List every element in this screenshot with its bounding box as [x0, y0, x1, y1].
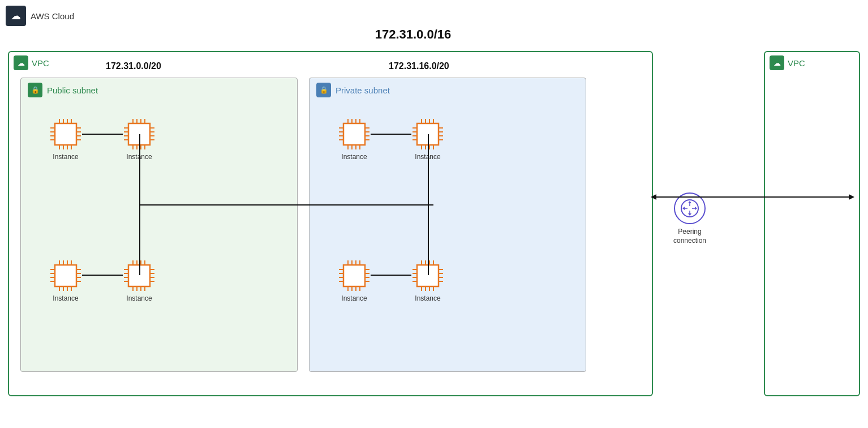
private-subnet-header: 🔒 Private subnet	[316, 83, 390, 97]
instance-label-pub-br: Instance	[126, 294, 152, 302]
chip-icon-pub-br	[123, 259, 156, 292]
svg-rect-0	[55, 123, 76, 145]
cloud-icon: ☁	[6, 6, 26, 26]
vpc-left-icon: ☁	[14, 55, 28, 70]
instance-priv-bl: Instance	[338, 259, 371, 302]
instance-priv-tr: Instance	[411, 118, 444, 161]
chip-icon-pub-tl	[49, 118, 82, 151]
public-subnet-icon: 🔒	[28, 83, 42, 97]
svg-marker-147	[688, 213, 691, 216]
vpc-right-icon: ☁	[770, 55, 784, 70]
page-container: ☁ AWS Cloud 172.31.0.0/16 ☁ VPC 172.31.0…	[0, 0, 868, 428]
chip-icon-pub-tr	[123, 118, 156, 151]
svg-marker-151	[695, 207, 697, 210]
private-subnet: 172.31.16.0/20 🔒 Private subnet	[309, 78, 586, 372]
public-subnet-cidr: 172.31.0.0/20	[106, 61, 161, 71]
aws-cloud-header: ☁ AWS Cloud	[6, 6, 862, 26]
chip-icon-priv-br	[411, 259, 444, 292]
peering-icon	[680, 199, 699, 218]
peering-circle	[674, 192, 706, 224]
instance-label-pub-bl: Instance	[53, 294, 78, 302]
instance-priv-tl: Instance	[338, 118, 371, 161]
instance-label-priv-br: Instance	[415, 294, 440, 302]
private-subnet-icon: 🔒	[316, 83, 331, 97]
vpc-left-label: ☁ VPC	[14, 55, 49, 70]
instance-label-priv-tl: Instance	[341, 153, 367, 161]
instance-pub-tr: Instance	[123, 118, 156, 161]
instance-pub-tl: Instance	[49, 118, 82, 161]
chip-icon-priv-bl	[338, 259, 371, 292]
vpc-right-label: ☁ VPC	[770, 55, 805, 70]
instance-pub-bl: Instance	[49, 259, 82, 302]
svg-rect-34	[55, 265, 76, 286]
peering-label: Peering connection	[673, 228, 706, 245]
svg-rect-17	[128, 123, 150, 145]
svg-rect-88	[417, 123, 439, 145]
peering-container: Peering connection	[673, 192, 706, 245]
instance-pub-br: Instance	[123, 259, 156, 302]
vpc-right: ☁ VPC	[764, 51, 860, 396]
public-subnet-label: Public subnet	[47, 85, 98, 95]
instance-label-priv-bl: Instance	[341, 294, 367, 302]
vpc-left: ☁ VPC 172.31.0.0/20 🔒 Public subnet	[8, 51, 653, 396]
instance-label-pub-tl: Instance	[53, 153, 78, 161]
public-subnet-header: 🔒 Public subnet	[28, 83, 98, 97]
private-subnet-label: Private subnet	[336, 85, 390, 95]
chip-icon-priv-tl	[338, 118, 371, 151]
chip-icon-pub-bl	[49, 259, 82, 292]
svg-marker-145	[688, 201, 691, 203]
public-subnet: 172.31.0.0/20 🔒 Public subnet	[20, 78, 298, 372]
instance-priv-br: Instance	[411, 259, 444, 302]
svg-rect-71	[343, 123, 365, 145]
main-cidr: 172.31.0.0/16	[328, 27, 498, 42]
svg-marker-149	[682, 207, 685, 210]
aws-cloud-label: AWS Cloud	[31, 11, 74, 21]
chip-icon-priv-tr	[411, 118, 444, 151]
private-subnet-cidr: 172.31.16.0/20	[389, 61, 449, 71]
svg-rect-51	[128, 265, 150, 286]
svg-rect-122	[417, 265, 439, 286]
svg-rect-105	[343, 265, 365, 286]
instance-label-priv-tr: Instance	[415, 153, 440, 161]
instance-label-pub-tr: Instance	[126, 153, 152, 161]
